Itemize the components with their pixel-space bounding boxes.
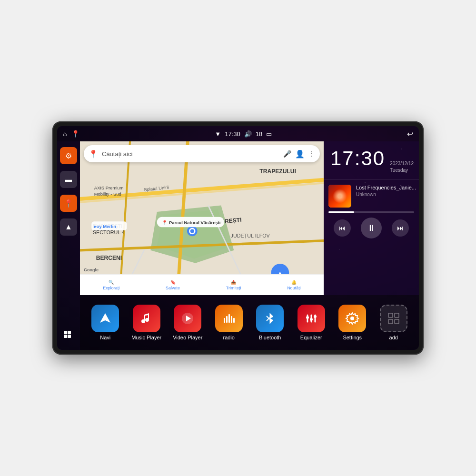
svg-rect-52: [395, 319, 399, 324]
radio-icon-box: [215, 305, 243, 332]
app-add[interactable]: add: [377, 305, 410, 340]
app-radio[interactable]: radio: [212, 305, 246, 340]
google-logo: Google: [84, 268, 99, 272]
battery-level: 18: [256, 130, 262, 138]
sidebar-apps[interactable]: [60, 327, 77, 344]
svg-rect-2: [64, 335, 67, 338]
wifi-icon: ▼: [215, 130, 221, 138]
map-nav-explore[interactable]: 🔍 Explorați: [103, 280, 119, 290]
map-bottom-bar: 🔍 Explorați 🔖 Salvate 📤 Trimiteți: [80, 274, 324, 295]
music-player-label: Music Player: [131, 335, 161, 340]
settings-dots-icon[interactable]: ⋮: [308, 150, 315, 158]
status-time: 17:30: [225, 130, 240, 138]
sidebar-folder[interactable]: ▬: [60, 171, 77, 188]
svg-text:BERCENI: BERCENI: [96, 255, 122, 261]
news-label: Noutăți: [287, 286, 301, 290]
car-display-device: ⌂ 📍 ▼ 17:30 🔊 18 ▭ ↩ ⚙ ▬: [52, 121, 424, 355]
settings-label: Settings: [343, 335, 362, 340]
pause-button[interactable]: ⏸: [361, 218, 382, 238]
bluetooth-icon-box: [256, 305, 284, 332]
map-background: TRAPEZULUI BUCUREȘTI JUDEȚUL ILFOV BERCE…: [80, 141, 324, 295]
app-bluetooth[interactable]: Bluetooth: [253, 305, 287, 340]
bottom-apps-bar: Navi Music Player: [80, 295, 419, 350]
home-icon[interactable]: ⌂: [63, 130, 67, 138]
album-art: [328, 185, 351, 208]
mic-icon[interactable]: 🎤: [283, 150, 291, 158]
svg-rect-51: [388, 319, 393, 324]
main-content: ⚙ ▬ 📍 ▲: [57, 141, 419, 350]
prev-button[interactable]: ⏮: [334, 219, 351, 237]
app-equalizer[interactable]: Equalizer: [295, 305, 328, 340]
clock-widget: 17:30 2023/12/12 Tuesday: [324, 141, 419, 180]
prev-icon: ⏮: [339, 224, 346, 232]
map-search-bar[interactable]: 📍 Căutați aici 🎤 👤 ⋮: [84, 145, 320, 162]
sidebar-settings[interactable]: ⚙: [60, 147, 77, 164]
profile-icon[interactable]: 👤: [295, 149, 305, 159]
svg-point-43: [306, 316, 309, 319]
map-nav-send[interactable]: 📤 Trimiteți: [226, 280, 241, 290]
svg-text:▸oy Merlin: ▸oy Merlin: [94, 224, 117, 229]
map-nav-news[interactable]: 🔔 Noutăți: [287, 280, 301, 290]
navi-arrow-icon: [98, 311, 112, 326]
status-right: ↩: [407, 129, 413, 139]
app-settings[interactable]: Settings: [336, 305, 369, 340]
right-panel: 17:30 2023/12/12 Tuesday: [324, 141, 419, 295]
music-info: Lost Frequencies_Janie... Unknown: [328, 185, 414, 208]
app-navi[interactable]: Navi: [89, 305, 122, 340]
svg-point-45: [310, 318, 313, 321]
svg-marker-34: [100, 313, 110, 323]
app-video-player[interactable]: Video Player: [171, 305, 204, 340]
svg-rect-41: [233, 318, 235, 323]
volume-icon: 🔊: [244, 130, 252, 138]
next-button[interactable]: ⏭: [392, 219, 409, 237]
svg-point-25: [190, 229, 194, 233]
music-controls: ⏮ ⏸ ⏭: [328, 218, 414, 238]
next-icon: ⏭: [397, 224, 404, 232]
sidebar-map[interactable]: 📍: [60, 195, 77, 212]
svg-rect-40: [231, 316, 232, 323]
maps-icon[interactable]: 📍: [71, 130, 79, 138]
sidebar-nav[interactable]: ▲: [60, 218, 77, 236]
music-text: Lost Frequencies_Janie... Unknown: [356, 185, 416, 197]
music-progress-bar[interactable]: [328, 211, 414, 213]
navi-label: Navi: [100, 335, 110, 340]
settings-icon-box: [338, 305, 366, 332]
music-note-icon: [139, 311, 154, 326]
top-row: TRAPEZULUI BUCUREȘTI JUDEȚUL ILFOV BERCE…: [80, 141, 419, 295]
map-nav-saved[interactable]: 🔖 Salvate: [166, 280, 180, 290]
bluetooth-label: Bluetooth: [259, 335, 281, 340]
svg-text:📍 Parcul Natural Văcărești: 📍 Parcul Natural Văcărești: [162, 220, 220, 226]
map-container[interactable]: TRAPEZULUI BUCUREȘTI JUDEȚUL ILFOV BERCE…: [80, 141, 324, 295]
add-label: add: [389, 335, 398, 340]
google-maps-icon: 📍: [89, 149, 98, 159]
send-label: Trimiteți: [226, 286, 241, 290]
music-player-icon-box: [133, 305, 160, 332]
back-icon[interactable]: ↩: [407, 129, 413, 139]
video-play-icon: [180, 311, 195, 326]
radio-wave-icon: [222, 311, 236, 326]
settings-gear-icon: [345, 311, 359, 326]
svg-text:TRAPEZULUI: TRAPEZULUI: [259, 168, 296, 175]
folder-icon: ▬: [65, 176, 72, 183]
explore-icon: 🔍: [109, 280, 114, 285]
add-icon-box: [380, 305, 407, 332]
svg-rect-1: [68, 331, 71, 334]
svg-point-48: [350, 317, 354, 320]
news-icon: 🔔: [291, 280, 297, 285]
saved-icon: 🔖: [170, 280, 176, 285]
app-music-player[interactable]: Music Player: [130, 305, 163, 340]
map-search-text[interactable]: Căutați aici: [102, 150, 279, 158]
video-player-icon-box: [174, 305, 201, 332]
svg-rect-0: [64, 331, 67, 334]
video-player-label: Video Player: [173, 335, 202, 340]
svg-rect-50: [395, 313, 399, 317]
album-art-image: [328, 185, 351, 208]
svg-text:JUDEȚUL ILFOV: JUDEȚUL ILFOV: [231, 233, 270, 238]
status-left: ⌂ 📍: [63, 130, 79, 138]
sidebar: ⚙ ▬ 📍 ▲: [57, 141, 80, 350]
explore-label: Explorați: [103, 286, 119, 290]
svg-text:AXIS Premium: AXIS Premium: [94, 185, 124, 190]
add-grid-icon: [387, 311, 401, 326]
clock-date: 2023/12/12: [390, 160, 414, 167]
svg-rect-38: [226, 316, 228, 323]
